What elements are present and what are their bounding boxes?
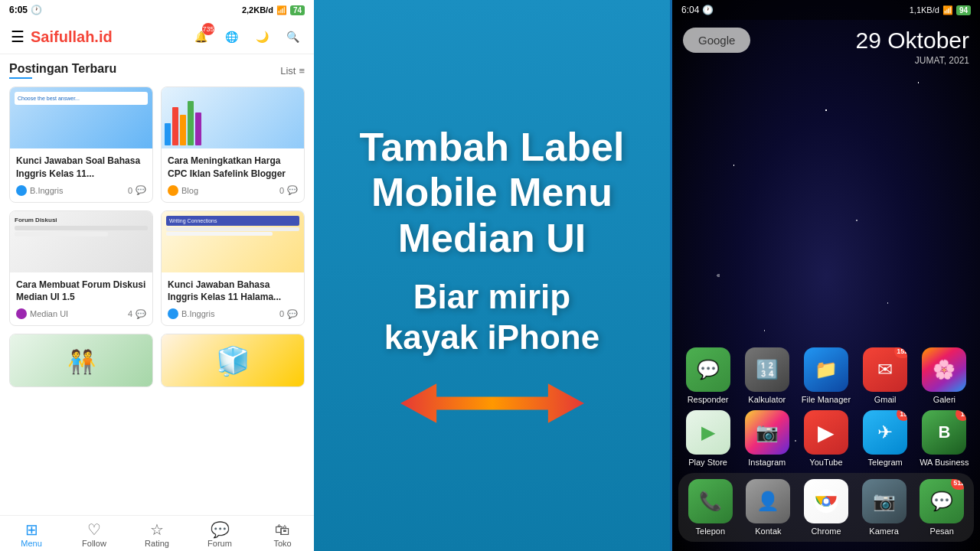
filemanager-label: File Manager xyxy=(802,395,851,404)
comment-icon-1: 💬 xyxy=(136,185,146,195)
instagram-label: Instagram xyxy=(748,458,786,467)
pesan-badge: 512 xyxy=(951,479,964,490)
nav-menu[interactable]: ⊞ Menu xyxy=(0,522,63,548)
phone-header: ☰ Saifullah.id 🔔 735 🌐 🌙 🔍 xyxy=(0,20,314,54)
kamera-icon: 📷 xyxy=(862,479,906,523)
battery-right: 94 xyxy=(956,5,971,15)
post-thumb-4: Writing Connections xyxy=(162,211,304,272)
post-card-3[interactable]: Forum Diskusi Cara Membuat Forum Diskusi… xyxy=(9,210,153,327)
forum-icon: 💬 xyxy=(211,522,230,537)
post-meta-3: Median UI 4 💬 xyxy=(16,308,146,319)
app-filemanager[interactable]: 📁 File Manager xyxy=(800,347,852,404)
gmail-label: Gmail xyxy=(874,395,897,404)
toko-icon: 🛍 xyxy=(275,522,290,537)
gmail-badge: 152 xyxy=(894,347,907,358)
arrow-area xyxy=(385,380,599,426)
post-stats-4: 0 💬 xyxy=(279,309,298,319)
post-meta-1: B.Inggris 0 💬 xyxy=(16,185,146,196)
header-icons: 🔔 735 🌐 🌙 🔍 xyxy=(190,26,303,47)
google-button[interactable]: Google xyxy=(683,28,750,53)
logo: Saifullah.id xyxy=(31,28,113,46)
cat-icon-1 xyxy=(16,185,27,196)
app-gmail[interactable]: ✉ 152 Gmail xyxy=(859,347,911,404)
post-thumb-1: Choose the best answer... xyxy=(10,87,152,148)
instagram-icon: 📷 xyxy=(745,410,789,455)
hamburger-menu[interactable]: ☰ xyxy=(11,28,24,46)
translate-icon[interactable]: 🌐 xyxy=(220,26,242,47)
status-bar-left: 6:05 🕐 2,2KB/d 📶 74 xyxy=(0,0,314,20)
post-thumb-2 xyxy=(162,87,304,148)
telepon-label: Telepon xyxy=(696,527,726,536)
post-category-3: Median UI xyxy=(16,308,68,319)
gmail-icon: ✉ 152 xyxy=(863,347,907,392)
post-meta-2: Blog 0 💬 xyxy=(168,185,298,196)
sub-title: Biar mirip kayak iPhone xyxy=(384,277,599,358)
apps-dock: 💬 Responder 🔢 Kalkulator 📁 File Manager … xyxy=(672,340,980,551)
chrome-label: Chrome xyxy=(811,527,841,536)
post-title-3: Cara Membuat Forum Diskusi Median UI 1.5 xyxy=(16,279,146,305)
post-thumb-5: 🧑‍🤝‍🧑 xyxy=(10,334,152,387)
content-area: Postingan Terbaru List ≡ Choose the best… xyxy=(0,54,314,515)
post-card-6[interactable]: 🧊 xyxy=(161,334,305,387)
nav-toko[interactable]: 🛍 Toko xyxy=(251,522,314,548)
post-thumb-6: 🧊 xyxy=(162,334,304,387)
post-title-1: Kunci Jawaban Soal Bahasa Inggris Kelas … xyxy=(16,155,146,181)
comment-icon-3: 💬 xyxy=(136,309,146,319)
middle-section: Tambah Label Mobile Menu Median UI Biar … xyxy=(314,0,670,551)
telegram-badge: 15 xyxy=(897,410,907,421)
notification-badge: 735 xyxy=(202,23,214,35)
chrome-icon xyxy=(804,479,848,523)
list-toggle[interactable]: List ≡ xyxy=(280,65,305,77)
post-card-5[interactable]: 🧑‍🤝‍🧑 xyxy=(9,334,153,387)
app-youtube[interactable]: ▶ YouTube xyxy=(800,410,852,467)
app-galeri[interactable]: 🌸 Galeri xyxy=(918,347,970,404)
kalkulator-icon: 🔢 xyxy=(745,347,789,392)
post-card-1[interactable]: Choose the best answer... Kunci Jawaban … xyxy=(9,86,153,203)
search-icon[interactable]: 🔍 xyxy=(282,26,303,47)
section-header: Postingan Terbaru List ≡ xyxy=(9,62,305,79)
app-playstore[interactable]: ▶ Play Store xyxy=(682,410,734,467)
post-card-4[interactable]: Writing Connections Kunci Jawaban Bahasa… xyxy=(161,210,305,327)
right-status-right: 1,1KB/d 📶 94 xyxy=(910,5,971,15)
list-icon: ≡ xyxy=(299,65,305,77)
app-telepon[interactable]: 📞 Telepon xyxy=(684,479,737,536)
kalkulator-label: Kalkulator xyxy=(748,395,786,404)
post-category-4: B.Inggris xyxy=(168,308,214,319)
data-speed-right: 1,1KB/d xyxy=(910,5,939,15)
title-divider xyxy=(9,77,32,79)
nav-rating[interactable]: ☆ Rating xyxy=(126,522,188,548)
signal-icon: 📶 xyxy=(276,5,287,15)
app-wabusiness[interactable]: B 1 WA Business xyxy=(918,410,970,467)
app-kalkulator[interactable]: 🔢 Kalkulator xyxy=(741,347,793,404)
nav-follow[interactable]: ♡ Follow xyxy=(63,522,126,548)
nav-forum[interactable]: 💬 Forum xyxy=(188,522,251,548)
app-kamera[interactable]: 📷 Kamera xyxy=(858,479,910,536)
clock-icon: 🕐 xyxy=(31,5,42,15)
section-title: Postingan Terbaru xyxy=(9,62,116,79)
pesan-icon: 💬 512 xyxy=(920,479,964,523)
app-kontak[interactable]: 👤 Kontak xyxy=(742,479,794,536)
cat-icon-4 xyxy=(168,308,178,319)
left-phone: 6:05 🕐 2,2KB/d 📶 74 ☰ Saifullah.id 🔔 735… xyxy=(0,0,314,551)
moon-icon[interactable]: 🌙 xyxy=(251,26,273,47)
status-right: 2,2KB/d 📶 74 xyxy=(242,5,305,15)
app-chrome[interactable]: Chrome xyxy=(800,479,852,536)
menu-icon: ⊞ xyxy=(25,522,38,537)
app-instagram[interactable]: 📷 Instagram xyxy=(741,410,793,467)
app-telegram[interactable]: ✈ 15 Telegram xyxy=(859,410,911,467)
apps-row-2: ▶ Play Store 📷 Instagram ▶ YouTube ✈ 15 xyxy=(678,410,974,467)
app-pesan[interactable]: 💬 512 Pesan xyxy=(916,479,968,536)
playstore-icon: ▶ xyxy=(686,410,730,455)
day-display: JUMAT, 2021 xyxy=(856,55,969,66)
post-body-3: Cara Membuat Forum Diskusi Median UI 1.5… xyxy=(10,272,152,326)
filemanager-icon: 📁 xyxy=(804,347,848,392)
post-card-2[interactable]: Cara Meningkatkan Harga CPC Iklan Safeli… xyxy=(161,86,305,203)
notification-icon[interactable]: 🔔 735 xyxy=(190,26,211,47)
main-title: Tambah Label Mobile Menu Median UI xyxy=(360,125,625,262)
app-responder[interactable]: 💬 Responder xyxy=(682,347,734,404)
comment-icon-4: 💬 xyxy=(287,309,298,319)
comment-icon-2: 💬 xyxy=(287,185,298,195)
post-category-2: Blog xyxy=(168,185,198,196)
double-arrow-icon xyxy=(385,380,599,426)
post-meta-4: B.Inggris 0 💬 xyxy=(168,308,298,319)
